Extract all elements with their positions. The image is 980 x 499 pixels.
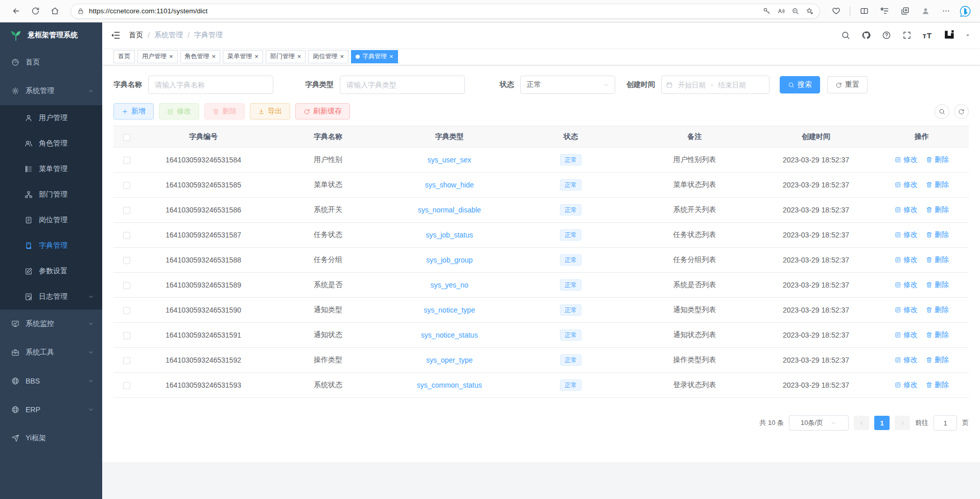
collections-button[interactable] xyxy=(896,3,914,20)
toggle-search-button[interactable] xyxy=(935,104,949,119)
favorites-button[interactable] xyxy=(876,3,893,20)
tab-user-mgmt[interactable]: 用户管理× xyxy=(137,50,178,63)
row-delete-link[interactable]: 删除 xyxy=(926,355,949,365)
refresh-cache-button[interactable]: 刷新缓存 xyxy=(295,103,350,120)
dict-type-link[interactable]: sys_notice_status xyxy=(421,331,478,339)
tab-home[interactable]: 首页 xyxy=(113,50,135,63)
next-page-button[interactable] xyxy=(895,416,910,430)
start-date-input[interactable] xyxy=(675,81,709,89)
row-edit-link[interactable]: 修改 xyxy=(895,355,918,365)
dict-type-link[interactable]: sys_job_group xyxy=(426,256,473,264)
sidebar-item-log-mgmt[interactable]: 日志管理 xyxy=(0,284,102,310)
browser-home-button[interactable] xyxy=(46,3,63,20)
row-edit-link[interactable]: 修改 xyxy=(895,381,918,390)
close-icon[interactable]: × xyxy=(254,53,259,60)
prev-page-button[interactable] xyxy=(854,416,869,430)
browser-refresh-button[interactable] xyxy=(27,3,44,20)
avatar-caret-button[interactable] xyxy=(965,32,971,38)
row-checkbox[interactable] xyxy=(123,382,130,389)
row-checkbox[interactable] xyxy=(123,182,130,189)
browser-back-button[interactable] xyxy=(7,3,25,20)
dict-name-input[interactable] xyxy=(148,76,273,94)
header-search-button[interactable] xyxy=(838,28,853,43)
row-checkbox[interactable] xyxy=(123,207,130,214)
sidebar-item-system-admin[interactable]: 系统管理 xyxy=(0,77,102,105)
row-checkbox[interactable] xyxy=(123,257,130,264)
address-bar[interactable]: https://ccnetcore.com:1101/system/dict xyxy=(71,4,820,19)
split-screen-button[interactable] xyxy=(855,3,873,20)
row-edit-link[interactable]: 修改 xyxy=(895,205,918,215)
read-aloud-button[interactable] xyxy=(774,4,788,18)
row-checkbox[interactable] xyxy=(123,357,130,364)
fullscreen-button[interactable] xyxy=(899,28,915,43)
app-logo[interactable]: 意框架管理系统 xyxy=(0,22,102,48)
tab-dict-mgmt[interactable]: 字典管理× xyxy=(351,50,398,63)
dict-type-input[interactable] xyxy=(340,76,465,94)
dict-type-link[interactable]: sys_user_sex xyxy=(428,156,472,164)
sidebar-item-dict-mgmt[interactable]: 字典管理 xyxy=(0,233,102,258)
zoom-out-button[interactable] xyxy=(788,4,802,18)
goto-page-input[interactable] xyxy=(934,415,957,431)
dict-type-link[interactable]: sys_job_status xyxy=(426,231,473,239)
sidebar-item-param-settings[interactable]: 参数设置 xyxy=(0,258,102,284)
end-date-input[interactable] xyxy=(715,81,749,89)
status-select[interactable]: 正常 xyxy=(520,76,615,94)
sidebar-item-menu-mgmt[interactable]: 菜单管理 xyxy=(0,156,102,182)
row-checkbox[interactable] xyxy=(123,332,130,339)
row-checkbox[interactable] xyxy=(123,282,130,289)
sidebar-item-erp[interactable]: ERP xyxy=(0,395,102,424)
tab-menu-mgmt[interactable]: 菜单管理× xyxy=(223,50,263,63)
close-icon[interactable]: × xyxy=(212,53,216,60)
dict-type-link[interactable]: sys_notice_type xyxy=(424,306,475,314)
dict-type-link[interactable]: sys_yes_no xyxy=(431,281,469,289)
row-edit-link[interactable]: 修改 xyxy=(895,155,918,164)
url-text[interactable]: https://ccnetcore.com:1101/system/dict xyxy=(89,7,759,15)
password-key-button[interactable] xyxy=(759,4,774,18)
sidebar-item-home[interactable]: 首页 xyxy=(0,48,102,77)
search-button[interactable]: 搜索 xyxy=(780,76,820,93)
sidebar-item-bbs[interactable]: BBS xyxy=(0,367,102,395)
tab-post-mgmt[interactable]: 岗位管理× xyxy=(308,50,348,63)
sidebar-item-dept-mgmt[interactable]: 部门管理 xyxy=(0,182,102,207)
sidebar-toggle-button[interactable] xyxy=(110,30,121,40)
row-delete-link[interactable]: 删除 xyxy=(926,330,949,340)
row-edit-link[interactable]: 修改 xyxy=(895,230,918,240)
close-icon[interactable]: × xyxy=(297,53,301,60)
breadcrumb-home[interactable]: 首页 xyxy=(129,31,143,40)
browser-menu-button[interactable] xyxy=(937,3,954,20)
add-favorite-button[interactable] xyxy=(802,4,816,18)
reset-button[interactable]: 重置 xyxy=(827,76,868,93)
sidebar-item-role-mgmt[interactable]: 角色管理 xyxy=(0,131,102,156)
sidebar-item-post-mgmt[interactable]: 岗位管理 xyxy=(0,207,102,233)
sidebar-item-user-mgmt[interactable]: 用户管理 xyxy=(0,105,102,131)
github-link-button[interactable] xyxy=(858,28,874,43)
row-edit-link[interactable]: 修改 xyxy=(895,255,918,265)
page-1-button[interactable]: 1 xyxy=(874,416,890,430)
close-icon[interactable]: × xyxy=(340,53,344,60)
date-range-picker[interactable]: - xyxy=(661,76,769,94)
dict-type-link[interactable]: sys_show_hide xyxy=(425,181,474,189)
dict-type-link[interactable]: sys_normal_disable xyxy=(418,206,481,214)
delete-button[interactable]: 删除 xyxy=(204,103,245,120)
row-checkbox[interactable] xyxy=(123,157,130,164)
row-delete-link[interactable]: 删除 xyxy=(926,155,949,164)
row-delete-link[interactable]: 删除 xyxy=(926,305,949,315)
user-avatar[interactable] xyxy=(940,28,960,43)
dict-type-link[interactable]: sys_common_status xyxy=(417,381,482,389)
tab-role-mgmt[interactable]: 角色管理× xyxy=(180,50,221,63)
row-edit-link[interactable]: 修改 xyxy=(895,180,918,189)
row-checkbox[interactable] xyxy=(123,232,130,239)
help-button[interactable] xyxy=(879,28,894,43)
dict-type-link[interactable]: sys_oper_type xyxy=(426,356,473,364)
row-delete-link[interactable]: 删除 xyxy=(926,280,949,290)
tab-dept-mgmt[interactable]: 部门管理× xyxy=(266,50,306,63)
browser-profile-button[interactable] xyxy=(917,3,934,20)
row-delete-link[interactable]: 删除 xyxy=(926,255,949,265)
export-button[interactable]: 导出 xyxy=(250,103,290,120)
row-edit-link[interactable]: 修改 xyxy=(895,330,918,340)
edit-button[interactable]: 修改 xyxy=(159,103,199,120)
page-size-select[interactable]: 10条/页 xyxy=(789,415,849,431)
refresh-table-button[interactable] xyxy=(954,104,969,119)
row-edit-link[interactable]: 修改 xyxy=(895,280,918,290)
row-delete-link[interactable]: 删除 xyxy=(926,230,949,240)
